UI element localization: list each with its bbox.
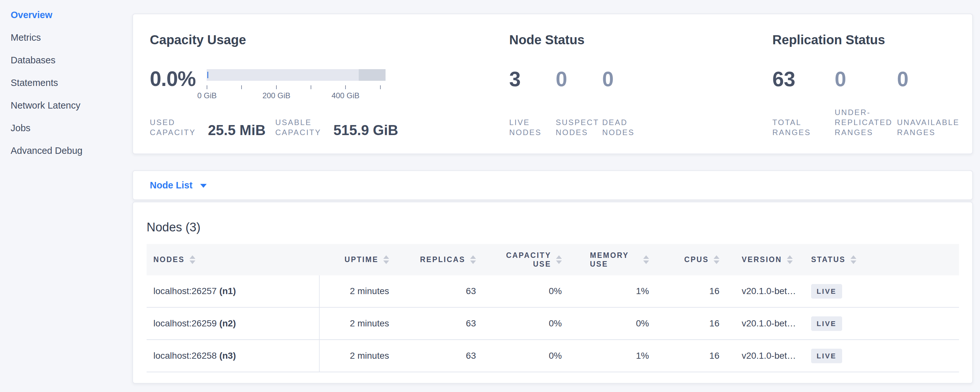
column-header[interactable]: NODES bbox=[146, 255, 320, 264]
sort-icon[interactable] bbox=[643, 255, 649, 264]
node-address: localhost:26259 bbox=[153, 318, 217, 329]
sidebar-item[interactable]: Statements bbox=[11, 72, 132, 94]
replication-stat: 63 TOTAL RANGES bbox=[772, 69, 835, 137]
stat-value: 0 bbox=[835, 69, 897, 90]
capacity-stat-label: USABLE CAPACITY bbox=[275, 117, 333, 137]
cell-cpus: 16 bbox=[663, 308, 727, 339]
node-status-stat: 0 DEAD NODES bbox=[602, 69, 649, 137]
view-selector-card: Node List bbox=[132, 170, 973, 200]
replication-stat: 0 UNAVAILABLE RANGES bbox=[897, 69, 959, 137]
column-header-label: REPLICAS bbox=[420, 255, 465, 264]
sort-icon[interactable] bbox=[189, 255, 196, 264]
gauge-tick-label: 0 GiB bbox=[197, 91, 217, 100]
cell-version: v20.1.0-bet… bbox=[727, 340, 802, 372]
gauge-tick-labels: 0 GiB 200 GiB 400 GiB bbox=[207, 91, 385, 101]
column-header[interactable]: REPLICAS bbox=[397, 255, 484, 264]
status-badge: LIVE bbox=[811, 284, 842, 299]
sidebar-item[interactable]: Overview bbox=[11, 3, 132, 26]
capacity-usage-panel: Capacity Usage 0.0% 0 GiB 200 GiB 400 Gi… bbox=[150, 32, 509, 134]
node-status-panel: Node Status 3 LIVE NODES 0 SUSPECT NODES… bbox=[509, 32, 772, 134]
cell-status: LIVE bbox=[802, 308, 959, 339]
cell-status: LIVE bbox=[802, 275, 959, 307]
sidebar-item[interactable]: Advanced Debug bbox=[11, 139, 132, 162]
sort-icon[interactable] bbox=[714, 255, 719, 264]
node-address: localhost:26257 bbox=[153, 286, 217, 296]
cell-cpus: 16 bbox=[663, 275, 727, 307]
cell-cpus: 16 bbox=[663, 340, 727, 372]
gauge-used-bar bbox=[207, 72, 208, 78]
sidebar-item[interactable]: Databases bbox=[11, 49, 132, 72]
nodes-table-body: localhost:26257(n1) 2 minutes 63 0% 1% 1… bbox=[146, 275, 959, 372]
cell-replicas: 63 bbox=[397, 308, 484, 339]
gauge-ticks bbox=[207, 85, 385, 89]
sort-icon[interactable] bbox=[470, 255, 476, 264]
cell-uptime: 2 minutes bbox=[320, 340, 397, 372]
stat-value: 0 bbox=[602, 69, 649, 90]
stat-label: LIVE NODES bbox=[509, 117, 556, 137]
nodes-table: NODES UPTIME REPLICAS CAPACITY USE MEMOR… bbox=[146, 244, 959, 372]
column-header-label: UPTIME bbox=[345, 255, 379, 264]
gauge-tick-label: 200 GiB bbox=[262, 91, 291, 100]
table-row[interactable]: localhost:26257(n1) 2 minutes 63 0% 1% 1… bbox=[146, 275, 959, 308]
column-header[interactable]: STATUS bbox=[802, 255, 959, 264]
cell-node: localhost:26258(n3) bbox=[146, 340, 320, 372]
status-badge: LIVE bbox=[811, 349, 842, 363]
capacity-used-percent: 0.0% bbox=[150, 69, 207, 89]
sort-icon[interactable] bbox=[787, 255, 793, 264]
caret-down-icon bbox=[200, 184, 207, 188]
table-row[interactable]: localhost:26259(n2) 2 minutes 63 0% 0% 1… bbox=[146, 308, 959, 340]
capacity-stat: USED CAPACITY 25.5 MiB bbox=[150, 117, 266, 137]
capacity-stat: USABLE CAPACITY 515.9 GiB bbox=[275, 117, 398, 137]
sort-icon[interactable] bbox=[556, 255, 562, 264]
column-header[interactable]: CAPACITY USE bbox=[484, 251, 570, 269]
nodes-table-header: NODES UPTIME REPLICAS CAPACITY USE MEMOR… bbox=[146, 244, 959, 275]
stat-label: TOTAL RANGES bbox=[772, 117, 835, 137]
cell-memory-use: 1% bbox=[570, 340, 663, 372]
capacity-gauge-bar bbox=[207, 69, 385, 81]
stat-label: UNAVAILABLE RANGES bbox=[897, 117, 959, 137]
node-status-title: Node Status bbox=[509, 32, 772, 48]
cell-capacity-use: 0% bbox=[484, 275, 570, 307]
node-list-dropdown[interactable]: Node List bbox=[150, 180, 207, 191]
column-header-label: NODES bbox=[153, 255, 185, 264]
cell-memory-use: 0% bbox=[570, 308, 663, 339]
table-row[interactable]: localhost:26258(n3) 2 minutes 63 0% 1% 1… bbox=[146, 340, 959, 372]
column-header[interactable]: MEMORY USE bbox=[570, 251, 663, 269]
sidebar: OverviewMetricsDatabasesStatementsNetwor… bbox=[0, 0, 132, 392]
cell-replicas: 63 bbox=[397, 275, 484, 307]
cell-uptime: 2 minutes bbox=[320, 275, 397, 307]
cell-status: LIVE bbox=[802, 340, 959, 372]
column-header-label: MEMORY USE bbox=[590, 251, 638, 269]
gauge-tick-label: 400 GiB bbox=[332, 91, 360, 100]
column-header-label: CPUS bbox=[684, 255, 709, 264]
gauge-other-segment bbox=[359, 69, 385, 81]
column-header[interactable]: UPTIME bbox=[320, 255, 397, 264]
cell-uptime: 2 minutes bbox=[320, 308, 397, 339]
cell-version: v20.1.0-bet… bbox=[727, 308, 802, 339]
column-header[interactable]: CPUS bbox=[663, 255, 727, 264]
stat-label: SUSPECT NODES bbox=[556, 117, 602, 137]
nodes-section-title: Nodes (3) bbox=[146, 220, 959, 234]
node-id: (n1) bbox=[219, 286, 236, 296]
stat-label: DEAD NODES bbox=[602, 117, 649, 137]
node-list-dropdown-label: Node List bbox=[150, 180, 192, 191]
sort-icon[interactable] bbox=[383, 255, 389, 264]
node-id: (n3) bbox=[219, 351, 236, 361]
sidebar-item[interactable]: Jobs bbox=[11, 117, 132, 139]
replication-stat: 0 UNDER-REPLICATED RANGES bbox=[835, 69, 897, 137]
column-header[interactable]: VERSION bbox=[727, 255, 802, 264]
sidebar-item[interactable]: Metrics bbox=[11, 26, 132, 49]
stat-value: 63 bbox=[772, 69, 835, 90]
cell-capacity-use: 0% bbox=[484, 340, 570, 372]
column-header-label: VERSION bbox=[742, 255, 782, 264]
stat-value: 0 bbox=[556, 69, 602, 90]
node-status-stat: 3 LIVE NODES bbox=[509, 69, 556, 137]
cluster-summary-card: Capacity Usage 0.0% 0 GiB 200 GiB 400 Gi… bbox=[132, 14, 973, 154]
node-address: localhost:26258 bbox=[153, 351, 217, 361]
stat-label: UNDER-REPLICATED RANGES bbox=[835, 107, 897, 137]
node-status-stat: 0 SUSPECT NODES bbox=[556, 69, 602, 137]
capacity-stat-value: 515.9 GiB bbox=[334, 123, 398, 137]
status-badge: LIVE bbox=[811, 316, 842, 331]
sort-icon[interactable] bbox=[851, 255, 856, 264]
sidebar-item[interactable]: Network Latency bbox=[11, 94, 132, 117]
